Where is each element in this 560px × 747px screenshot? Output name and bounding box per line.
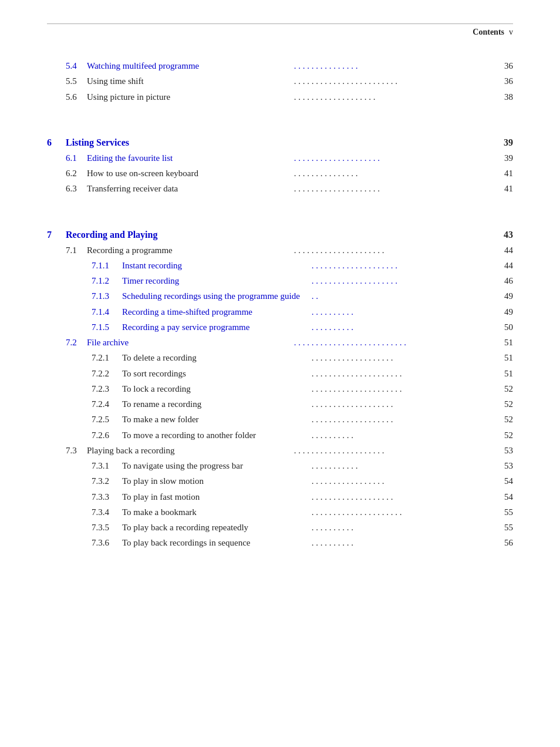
entry-dots: . . . . . . . . . . . . . . . . . . . . … — [309, 381, 497, 396]
entry-page: 52 — [497, 412, 513, 427]
entry-label: Recording a programme — [87, 243, 292, 258]
entry-page: 51 — [497, 350, 513, 365]
entry-dots: . . . . . . . . . . . . . . . — [292, 166, 497, 181]
toc-entry-7-1-4: 7.1.4 Recording a time-shifted programme… — [47, 304, 513, 319]
chapter-num: 7 — [47, 230, 66, 240]
entry-dots: . . . . . . . . . . . . . . . . . . . . … — [292, 243, 497, 258]
entry-dots: . . . . . . . . . . — [309, 428, 497, 443]
entry-dots: . . . . . . . . . . . . . . . . . . . — [309, 350, 497, 365]
entry-label: Recording a time-shifted programme — [122, 304, 309, 319]
entry-page: 51 — [497, 335, 513, 350]
entry-label: To navigate using the progress bar — [122, 458, 309, 473]
toc-entry-7-1-5: 7.1.5 Recording a pay service programme … — [47, 319, 513, 335]
entry-label: Using time shift — [87, 73, 292, 89]
entry-page: 49 — [497, 304, 513, 319]
toc-entry-5-6: 5.6 Using picture in picture . . . . . .… — [47, 89, 513, 105]
entry-num: 5.5 — [66, 73, 87, 89]
entry-dots: . . . . . . . . . . — [309, 520, 497, 535]
entry-label: To play back recordings in sequence — [122, 535, 309, 550]
entry-dots: . . . . . . . . . . . . . . . . . . . — [309, 412, 497, 427]
toc-entry-7-2-1: 7.2.1 To delete a recording . . . . . . … — [47, 350, 513, 365]
entry-dots: . . . . . . . . . . . . . . . . . . . . … — [292, 335, 497, 350]
toc-entry-7-2-5: 7.2.5 To make a new folder . . . . . . .… — [47, 412, 513, 427]
entry-page: 52 — [497, 396, 513, 412]
entry-num: 7.2 — [66, 335, 87, 350]
entry-page: 38 — [497, 89, 513, 105]
entry-num: 7.1.1 — [92, 258, 122, 273]
toc-entry-7-3: 7.3 Playing back a recording . . . . . .… — [47, 443, 513, 458]
entry-page: 36 — [497, 58, 513, 73]
entry-label: Scheduling recordings using the programm… — [122, 288, 309, 304]
chapter-num: 6 — [47, 137, 66, 148]
header-line: Contents v — [47, 28, 513, 37]
entry-dots: . . . . . . . . . . . . . . . . . — [309, 473, 497, 489]
entry-label: Using picture in picture — [87, 89, 292, 105]
entry-dots: . . . . . . . . . . . . . . . . . . . . … — [309, 366, 497, 381]
toc-entry-7-1-1: 7.1.1 Instant recording . . . . . . . . … — [47, 258, 513, 273]
entry-dots: . . . . . . . . . . . . . . . . . . . . — [309, 258, 497, 273]
entry-dots: . . . . . . . . . . — [309, 304, 497, 319]
toc-entry-7-3-4: 7.3.4 To make a bookmark . . . . . . . .… — [47, 504, 513, 520]
entry-label: Instant recording — [122, 258, 309, 273]
entry-page: 54 — [497, 473, 513, 489]
entry-page: 53 — [497, 458, 513, 473]
entry-num: 7.2.4 — [92, 396, 122, 412]
entry-page: 41 — [497, 166, 513, 181]
entry-num: 7.3 — [66, 443, 87, 458]
entry-dots: . . . . . . . . . . . . . . . . . . . . … — [309, 504, 497, 520]
toc-entries: 5.4 Watching multifeed programme . . . .… — [47, 58, 513, 551]
entry-num: 7.1.4 — [92, 304, 122, 319]
entry-label: Playing back a recording — [87, 443, 292, 458]
entry-dots: . . . . . . . . . . — [309, 319, 497, 335]
entry-label: Timer recording — [122, 273, 309, 288]
entry-dots: . . . . . . . . . . . . . . . . . . . . — [292, 150, 497, 166]
chapter-6-heading: 6 Listing Services 39 — [47, 137, 513, 148]
entry-dots: . . . . . . . . . . . . . . . — [292, 58, 497, 73]
entry-num: 6.2 — [66, 166, 87, 181]
entry-label: Recording a pay service programme — [122, 319, 309, 335]
chapter-page: 39 — [494, 137, 513, 148]
entry-page: 44 — [497, 258, 513, 273]
toc-entry-7-2: 7.2 File archive . . . . . . . . . . . .… — [47, 335, 513, 350]
toc-entry-6-2: 6.2 How to use on-screen keyboard . . . … — [47, 166, 513, 181]
entry-num: 7.3.2 — [92, 473, 122, 489]
entry-label: Transferring receiver data — [87, 181, 292, 196]
entry-num: 5.4 — [66, 58, 87, 73]
toc-entry-7-3-2: 7.3.2 To play in slow motion . . . . . .… — [47, 473, 513, 489]
entry-num: 5.6 — [66, 89, 87, 105]
entry-num: 7.3.1 — [92, 458, 122, 473]
entry-dots: . . . . . . . . . . — [309, 535, 497, 550]
entry-num: 7.2.5 — [92, 412, 122, 427]
entry-dots: . . — [309, 288, 497, 304]
toc-entry-7-1-2: 7.1.2 Timer recording . . . . . . . . . … — [47, 273, 513, 288]
entry-label: To play in slow motion — [122, 473, 309, 489]
entry-num: 6.1 — [66, 150, 87, 166]
toc-entry-7-2-6: 7.2.6 To move a recording to another fol… — [47, 428, 513, 443]
entry-page: 52 — [497, 428, 513, 443]
entry-page: 53 — [497, 443, 513, 458]
entry-dots: . . . . . . . . . . . — [309, 458, 497, 473]
entry-label: To make a new folder — [122, 412, 309, 427]
entry-dots: . . . . . . . . . . . . . . . . . . . — [309, 489, 497, 504]
toc-entry-7-2-2: 7.2.2 To sort recordings . . . . . . . .… — [47, 366, 513, 381]
entry-dots: . . . . . . . . . . . . . . . . . . . . … — [292, 443, 497, 458]
entry-num: 7.2.2 — [92, 366, 122, 381]
entry-num: 7.3.4 — [92, 504, 122, 520]
entry-num: 7.3.6 — [92, 535, 122, 550]
entry-num: 7.1.3 — [92, 288, 122, 304]
chapter-title: Recording and Playing — [66, 230, 494, 240]
entry-dots: . . . . . . . . . . . . . . . . . . . . — [292, 181, 497, 196]
entry-page: 49 — [497, 288, 513, 304]
entry-num: 7.3.5 — [92, 520, 122, 535]
entry-num: 6.3 — [66, 181, 87, 196]
entry-page: 55 — [497, 504, 513, 520]
entry-page: 56 — [497, 535, 513, 550]
header-page: v — [509, 28, 513, 37]
entry-page: 52 — [497, 381, 513, 396]
entry-page: 46 — [497, 273, 513, 288]
entry-dots: . . . . . . . . . . . . . . . . . . . . — [309, 273, 497, 288]
entry-label: To play back a recording repeatedly — [122, 520, 309, 535]
entry-label: File archive — [87, 335, 292, 350]
entry-label: To lock a recording — [122, 381, 309, 396]
entry-label: To make a bookmark — [122, 504, 309, 520]
